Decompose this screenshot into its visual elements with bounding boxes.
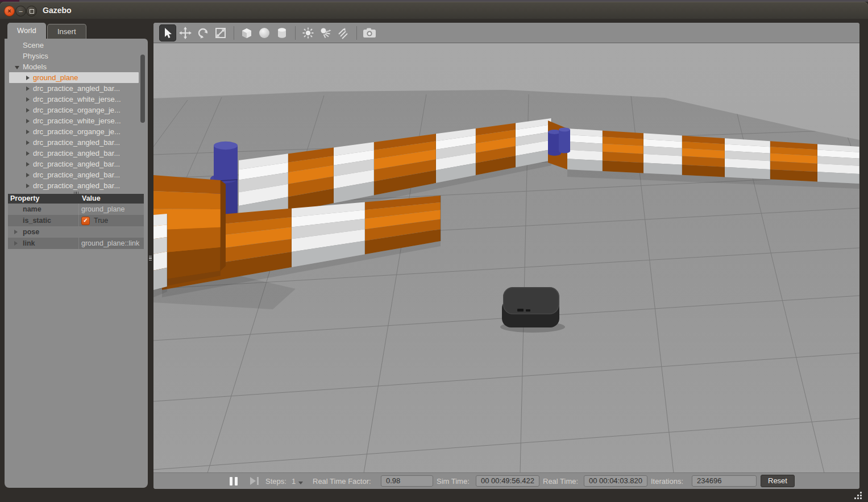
property-table-header: Property Value [8, 194, 144, 204]
move-arrows-icon [178, 26, 192, 40]
sphere-tool-button[interactable] [256, 24, 273, 42]
point-light-icon [301, 26, 315, 40]
tree-item-model[interactable]: drc_practice_angled_bar... [5, 159, 148, 169]
caret-right-icon[interactable] [14, 241, 18, 246]
sim-time-label: Sim Time: [437, 477, 470, 486]
caret-right-icon[interactable] [26, 173, 30, 177]
property-table: Property Value name ground_plane is_stat… [8, 194, 144, 249]
tree-item-model[interactable]: drc_practice_angled_bar... [5, 137, 148, 148]
rtf-field: 0.98 [381, 475, 433, 487]
sim-time-field: 00 00:49:56.422 [476, 475, 539, 487]
window-minimize-button[interactable]: – [15, 6, 26, 16]
left-white-end [153, 214, 167, 297]
model-tree: Scene Physics Models ground_plane drc_pr… [5, 40, 148, 192]
reset-button[interactable]: Reset [761, 475, 795, 487]
arrow-cursor-icon [161, 27, 174, 39]
tree-item-model[interactable]: drc_practice_angled_bar... [5, 148, 148, 159]
pause-button[interactable] [230, 473, 238, 489]
real-time-label: Real Time: [543, 477, 578, 486]
window-title: Gazebo [43, 2, 72, 19]
rotate-tool-button[interactable] [194, 24, 211, 42]
caret-right-icon[interactable] [26, 108, 30, 113]
tree-item-models[interactable]: Models [5, 61, 148, 72]
rotate-arrows-icon [196, 26, 210, 40]
caret-right-icon[interactable] [26, 151, 30, 156]
steps-spinner[interactable]: 1 [292, 473, 303, 489]
steps-label: Steps: [265, 477, 286, 486]
barrier-side-face [221, 180, 226, 271]
toolbar-separator [234, 26, 234, 40]
caret-right-icon[interactable] [26, 140, 30, 145]
caret-right-icon[interactable] [26, 130, 30, 134]
select-tool-button[interactable] [159, 24, 176, 42]
viewport-toolbar [153, 23, 859, 43]
tree-item-model[interactable]: drc_practice_angled_bar... [5, 83, 148, 94]
blue-barrel-corner-2 [559, 128, 570, 153]
titlebar: × – Gazebo [0, 2, 868, 19]
panel-vertical-splitter[interactable] [147, 252, 153, 264]
point-light-button[interactable] [300, 24, 317, 42]
caret-right-icon[interactable] [26, 86, 30, 91]
tree-item-model[interactable]: drc_practice_white_jerse... [5, 115, 148, 126]
toolbar-separator [356, 26, 357, 40]
caret-right-icon[interactable] [26, 76, 30, 80]
translate-tool-button[interactable] [177, 24, 194, 42]
step-button[interactable] [250, 473, 259, 489]
screenshot-button[interactable] [361, 24, 378, 42]
cylinder-icon [275, 26, 289, 40]
spot-light-icon [319, 26, 333, 40]
cylinder-tool-button[interactable] [273, 24, 290, 42]
simulation-statusbar: Steps: 1 Real Time Factor: 0.98 Sim Time… [153, 472, 859, 489]
scale-tool-button[interactable] [212, 24, 229, 42]
spinner-caret-icon[interactable] [298, 482, 303, 484]
tree-item-model[interactable]: drc_practice_organge_je... [5, 126, 148, 137]
scale-arrows-icon [214, 26, 227, 40]
tree-item-ground-plane[interactable]: ground_plane [9, 72, 139, 83]
box-icon [240, 26, 254, 40]
directional-light-icon [337, 26, 350, 40]
tree-item-model[interactable]: drc_practice_organge_je... [5, 105, 148, 115]
window-close-button[interactable]: × [4, 6, 15, 16]
caret-right-icon[interactable] [26, 162, 30, 167]
directional-light-button[interactable] [335, 24, 352, 42]
tree-item-scene[interactable]: Scene [5, 40, 148, 51]
world-panel: Scene Physics Models ground_plane drc_pr… [5, 39, 148, 488]
window-maximize-button[interactable] [26, 6, 37, 16]
scene-3d-canvas[interactable] [153, 43, 859, 473]
tree-scrollbar-thumb[interactable] [140, 55, 145, 123]
caret-right-icon[interactable] [26, 184, 30, 188]
caret-right-icon[interactable] [14, 230, 18, 234]
window-resize-grip[interactable] [850, 488, 862, 499]
property-row-pose[interactable]: pose [8, 226, 144, 238]
tab-insert[interactable]: Insert [47, 24, 86, 39]
caret-right-icon[interactable] [26, 119, 30, 123]
property-row-is-static[interactable]: is_static ✓True [8, 215, 144, 226]
robot [500, 287, 565, 333]
property-row-link[interactable]: link ground_plane::link [8, 238, 144, 249]
toolbar-separator [295, 26, 296, 40]
tree-item-physics[interactable]: Physics [5, 51, 148, 61]
caret-down-icon[interactable] [15, 66, 19, 69]
camera-icon [362, 26, 377, 40]
iterations-field: 234696 [692, 475, 757, 487]
spot-light-button[interactable] [317, 24, 334, 42]
sphere-icon [258, 26, 271, 40]
tree-item-model[interactable]: drc_practice_angled_bar... [5, 169, 148, 180]
is-static-checkbox[interactable]: ✓ [81, 217, 90, 225]
property-row-name[interactable]: name ground_plane [8, 204, 144, 215]
rtf-label: Real Time Factor: [313, 477, 371, 486]
caret-right-icon[interactable] [26, 97, 30, 102]
render-viewport: Steps: 1 Real Time Factor: 0.98 Sim Time… [153, 23, 859, 489]
real-time-field: 00 00:04:03.820 [584, 475, 647, 487]
tree-item-model[interactable]: drc_practice_angled_bar... [5, 180, 148, 191]
tab-world[interactable]: World [7, 23, 46, 39]
iterations-label: Iterations: [651, 477, 683, 486]
tree-item-model[interactable]: drc_practice_white_jerse... [5, 94, 148, 105]
blue-barrel-stack-upper [214, 142, 238, 182]
box-tool-button[interactable] [238, 24, 255, 42]
